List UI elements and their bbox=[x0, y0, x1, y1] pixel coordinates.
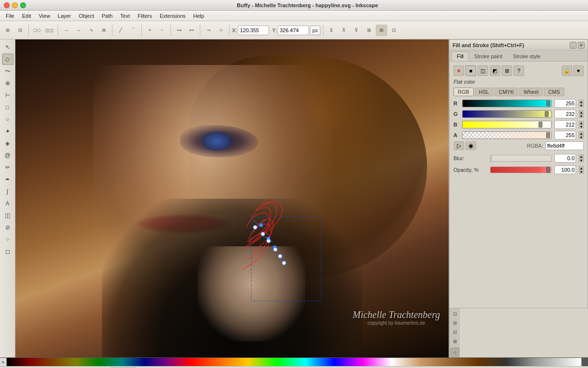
b-down[interactable]: ▼ bbox=[579, 125, 584, 128]
radial-grad-btn[interactable]: ◩ bbox=[490, 65, 500, 76]
toolbar-snap-toggle[interactable]: ⊻ bbox=[326, 25, 337, 36]
g-up[interactable]: ▲ bbox=[579, 110, 584, 114]
blur-up[interactable]: ▲ bbox=[579, 154, 584, 158]
panel-icon-2[interactable]: ⊞ bbox=[451, 318, 459, 327]
tab-fill[interactable]: Fill bbox=[452, 51, 469, 61]
toolbar-node-cusp[interactable]: ⌢ bbox=[61, 25, 72, 36]
save-color-btn[interactable]: 🔒 bbox=[562, 65, 572, 76]
x-input[interactable] bbox=[238, 25, 269, 35]
mode-wheel[interactable]: Wheel bbox=[519, 88, 543, 96]
colorbar-none[interactable]: × bbox=[0, 358, 7, 366]
toolbar-join-segment[interactable]: ⊸ bbox=[203, 25, 214, 36]
toolbar-view-fit[interactable]: ⊞ bbox=[363, 25, 375, 36]
toolbar-seg-line[interactable]: ╱ bbox=[115, 25, 126, 36]
b-input[interactable] bbox=[554, 120, 576, 129]
toolbar-view-3d[interactable]: ⊡ bbox=[388, 25, 400, 36]
blur-down[interactable]: ▼ bbox=[579, 158, 584, 162]
g-slider-track[interactable] bbox=[462, 110, 551, 118]
text-tool-btn[interactable]: A bbox=[2, 198, 13, 209]
colorbar[interactable]: × bbox=[0, 357, 588, 366]
rect-tool-btn[interactable]: □ bbox=[2, 102, 13, 113]
select-tool-btn[interactable]: ↖ bbox=[2, 41, 13, 53]
spiral-tool-btn[interactable]: @ bbox=[2, 150, 13, 161]
blur-input[interactable] bbox=[554, 154, 576, 163]
r-slider-track[interactable] bbox=[462, 100, 551, 107]
mode-hsl[interactable]: HSL bbox=[475, 88, 493, 96]
unit-selector[interactable]: px bbox=[310, 25, 320, 35]
menu-help[interactable]: Help bbox=[189, 12, 208, 20]
measure-tool-btn[interactable]: ⊢ bbox=[2, 89, 13, 101]
eraser-tool-btn[interactable]: ◻ bbox=[2, 246, 13, 257]
colorbar-scroll[interactable] bbox=[581, 358, 588, 366]
toolbar-node-show[interactable]: ⬡⬡ bbox=[31, 25, 43, 36]
pen-tool-btn[interactable]: ✒ bbox=[2, 174, 13, 185]
node-tool-btn[interactable]: ◇ bbox=[2, 53, 13, 65]
toolbar-view-lock[interactable]: ⊠ bbox=[376, 25, 387, 36]
heart-btn[interactable]: ♥ bbox=[573, 65, 584, 76]
toolbar-delete-segment[interactable]: ⊹ bbox=[215, 25, 227, 36]
b-up[interactable]: ▲ bbox=[579, 121, 584, 125]
rgba-input[interactable] bbox=[545, 141, 584, 150]
a-slider-track[interactable] bbox=[462, 131, 551, 139]
toolbar-del-node[interactable]: − bbox=[157, 25, 168, 36]
opacity-input[interactable] bbox=[554, 165, 576, 174]
menu-filters[interactable]: Filters bbox=[134, 12, 156, 20]
menu-text[interactable]: Text bbox=[116, 12, 134, 20]
y-input[interactable] bbox=[278, 25, 309, 35]
gradient-tool-btn[interactable]: ◫ bbox=[2, 210, 13, 221]
panel-icon-1[interactable]: ⊡ bbox=[451, 309, 459, 318]
panel-icon-5[interactable]: ⊹ bbox=[451, 348, 459, 356]
zoom-tool-btn[interactable]: ⊕ bbox=[2, 77, 13, 89]
tab-stroke-style[interactable]: Stroke style bbox=[508, 51, 546, 61]
g-input[interactable] bbox=[554, 110, 576, 118]
close-button[interactable] bbox=[4, 2, 10, 8]
a-up[interactable]: ▲ bbox=[579, 131, 584, 135]
colorbar-gradient[interactable] bbox=[7, 358, 581, 366]
pattern-btn[interactable]: ⊞ bbox=[502, 65, 512, 76]
opacity-down[interactable]: ▼ bbox=[579, 170, 584, 174]
r-up[interactable]: ▲ bbox=[579, 100, 584, 103]
toolbar-node-smooth[interactable]: ⌣ bbox=[73, 25, 85, 36]
toolbar-node-auto[interactable]: ⋒ bbox=[98, 25, 110, 36]
toolbar-node-symmetric[interactable]: ∿ bbox=[86, 25, 97, 36]
blur-slider[interactable] bbox=[490, 155, 551, 162]
toolbar-snap-paths[interactable]: ⊽ bbox=[351, 25, 362, 36]
r-input[interactable] bbox=[554, 99, 576, 108]
dialog-title-buttons[interactable]: _ × bbox=[570, 42, 585, 49]
star-tool-btn[interactable]: ✦ bbox=[2, 126, 13, 137]
window-controls[interactable] bbox=[4, 2, 26, 8]
toolbar-seg-curve[interactable]: ⌒ bbox=[127, 25, 139, 36]
toolbar-add-node[interactable]: + bbox=[144, 25, 156, 36]
flat-color-btn[interactable]: ■ bbox=[466, 65, 476, 76]
menu-view[interactable]: View bbox=[35, 12, 54, 20]
toolbar-break-nodes[interactable]: ⊷ bbox=[186, 25, 197, 36]
a-input[interactable] bbox=[554, 131, 576, 140]
panel-icon-3[interactable]: ⊟ bbox=[451, 328, 459, 336]
tab-stroke-paint[interactable]: Stroke paint bbox=[469, 51, 508, 61]
toolbar-btn-2[interactable]: ⊟ bbox=[14, 25, 26, 36]
menu-path[interactable]: Path bbox=[98, 12, 117, 20]
opacity-slider[interactable] bbox=[490, 166, 551, 173]
spray-tool-btn[interactable]: ⁘ bbox=[2, 234, 13, 245]
opacity-up[interactable]: ▲ bbox=[579, 166, 584, 170]
menu-extensions[interactable]: Extensions bbox=[156, 12, 189, 20]
menu-layer[interactable]: Layer bbox=[54, 12, 75, 20]
pencil-tool-btn[interactable]: ✏ bbox=[2, 162, 13, 173]
calligraphy-tool-btn[interactable]: ∫ bbox=[2, 186, 13, 197]
ellipse-tool-btn[interactable]: ○ bbox=[2, 114, 13, 125]
menu-edit[interactable]: Edit bbox=[18, 12, 35, 20]
eyedropper-to-btn[interactable]: ◉ bbox=[466, 141, 476, 150]
dialog-minimize-btn[interactable]: _ bbox=[570, 42, 576, 49]
menu-file[interactable]: File bbox=[2, 12, 18, 20]
a-down[interactable]: ▼ bbox=[579, 135, 584, 139]
toolbar-snap-nodes[interactable]: ⊼ bbox=[338, 25, 350, 36]
b-slider-track[interactable] bbox=[462, 121, 551, 128]
toolbar-node-select[interactable]: ◫◫ bbox=[44, 25, 55, 36]
r-down[interactable]: ▼ bbox=[579, 103, 584, 107]
toolbar-btn-1[interactable]: ⊞ bbox=[2, 25, 13, 36]
mode-rgb[interactable]: RGB bbox=[453, 88, 474, 96]
toolbar-join-nodes[interactable]: ⊶ bbox=[173, 25, 185, 36]
panel-icon-4[interactable]: ⊠ bbox=[451, 337, 459, 345]
canvas-area[interactable]: Michelle Trachtenberg copyright by traum… bbox=[15, 39, 449, 357]
mode-cms[interactable]: CMS bbox=[544, 88, 564, 96]
